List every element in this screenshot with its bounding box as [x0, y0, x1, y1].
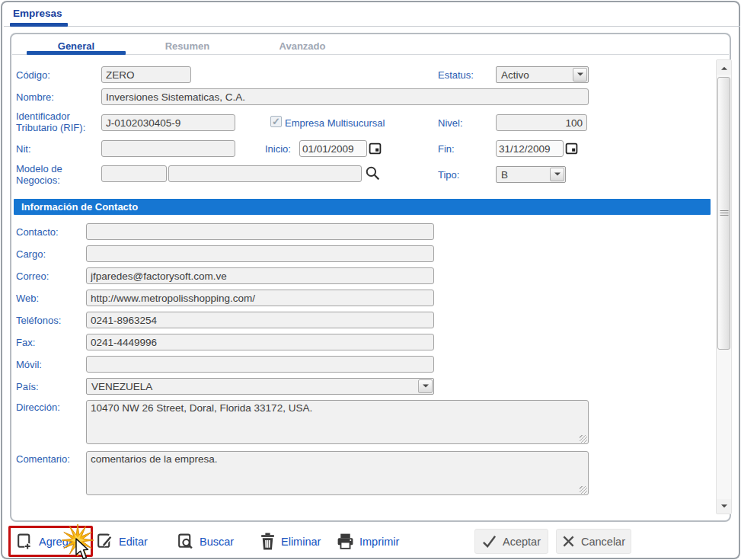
document-search-icon — [176, 532, 195, 551]
scrollbar-grip-icon — [720, 210, 728, 216]
imprimir-button-label: Imprimir — [359, 536, 399, 548]
movil-input[interactable] — [86, 356, 434, 373]
contact-section-header: Información de Contacto — [14, 199, 711, 215]
app-tab-active-indicator — [10, 23, 68, 27]
arrow-up-icon — [721, 63, 727, 69]
estatus-select[interactable]: Activo — [496, 66, 589, 83]
inicio-calendar-button[interactable] — [369, 142, 382, 155]
editar-button-label: Editar — [119, 536, 148, 548]
comentario-label: Comentario: — [16, 453, 70, 465]
eliminar-button[interactable]: Eliminar — [259, 532, 321, 551]
multisucursal-label: Empresa Multisucursal — [285, 117, 385, 129]
chevron-down-icon[interactable] — [418, 379, 433, 393]
modelo-search-button[interactable] — [365, 165, 381, 181]
codigo-input[interactable] — [101, 66, 191, 83]
cargo-label: Cargo: — [16, 248, 46, 260]
nivel-input[interactable] — [496, 114, 587, 131]
tab-general-active-indicator — [27, 51, 126, 55]
modelo-label: Modelo de Negocios: — [16, 163, 98, 186]
chevron-down-icon[interactable] — [550, 168, 564, 181]
fin-label: Fin: — [438, 143, 455, 155]
nit-input[interactable] — [101, 140, 235, 157]
app-window: Empresas General Resumen Avanzado Código… — [1, 1, 740, 559]
pais-label: País: — [16, 381, 39, 392]
fax-input[interactable] — [86, 334, 434, 350]
top-divider — [4, 26, 740, 27]
estatus-selected-value: Activo — [501, 69, 529, 81]
nombre-input[interactable] — [101, 88, 589, 105]
fax-label: Fax: — [16, 337, 35, 348]
printer-icon — [336, 532, 355, 551]
movil-label: Móvil: — [16, 359, 42, 370]
close-icon — [562, 535, 575, 548]
cancelar-button[interactable]: Cancelar — [556, 529, 631, 554]
agregar-button[interactable]: Agregar — [15, 532, 78, 551]
document-edit-icon — [95, 532, 114, 551]
fin-calendar-button[interactable] — [565, 142, 578, 155]
nit-label: Nit: — [16, 143, 31, 155]
tipo-select[interactable]: B — [496, 166, 566, 183]
chevron-down-icon[interactable] — [573, 68, 587, 82]
modelo-name-input[interactable] — [168, 165, 362, 182]
web-label: Web: — [16, 293, 39, 304]
vertical-scrollbar[interactable] — [716, 59, 732, 514]
contacto-label: Contacto: — [16, 226, 59, 238]
fin-date-input[interactable] — [496, 140, 564, 157]
pais-selected-value: VENEZUELA — [91, 381, 152, 392]
inicio-date-input[interactable] — [299, 140, 367, 157]
inicio-label: Inicio: — [265, 143, 291, 155]
nivel-label: Nivel: — [438, 117, 463, 129]
cancelar-button-label: Cancelar — [581, 536, 625, 548]
check-icon — [482, 534, 497, 549]
estatus-label: Estatus: — [438, 69, 474, 81]
aceptar-button-label: Aceptar — [503, 536, 541, 548]
direccion-label: Dirección: — [16, 402, 60, 413]
eliminar-button-label: Eliminar — [281, 536, 321, 548]
search-icon — [365, 165, 381, 181]
tipo-selected-value: B — [501, 169, 508, 181]
scrollbar-thumb[interactable] — [717, 77, 730, 350]
buscar-button[interactable]: Buscar — [176, 532, 234, 551]
scroll-up-button[interactable] — [717, 60, 731, 75]
cargo-input[interactable] — [86, 245, 434, 262]
telefonos-label: Teléfonos: — [16, 315, 61, 326]
editar-button[interactable]: Editar — [95, 532, 148, 551]
document-add-icon — [15, 532, 34, 551]
calendar-icon — [565, 142, 578, 155]
arrow-down-icon — [721, 504, 727, 510]
buscar-button-label: Buscar — [200, 536, 234, 548]
contacto-input[interactable] — [86, 223, 434, 240]
correo-label: Correo: — [16, 270, 49, 282]
rif-label: Identificador Tributario (RIF): — [16, 110, 98, 133]
rif-input[interactable] — [101, 114, 235, 131]
tab-resumen[interactable]: Resumen — [138, 40, 237, 54]
tipo-label: Tipo: — [438, 169, 459, 181]
pais-select[interactable]: VENEZUELA — [86, 378, 434, 395]
comentario-textarea[interactable]: comentarios de la empresa. — [86, 451, 589, 495]
scroll-down-button[interactable] — [717, 499, 731, 514]
app-tab-empresas[interactable]: Empresas — [13, 8, 62, 19]
aceptar-button[interactable]: Aceptar — [474, 529, 548, 554]
agregar-button-label: Agregar — [39, 536, 78, 548]
tab-avanzado[interactable]: Avanzado — [249, 40, 356, 54]
codigo-label: Código: — [16, 69, 50, 81]
imprimir-button[interactable]: Imprimir — [336, 532, 399, 551]
nombre-label: Nombre: — [16, 91, 54, 103]
multisucursal-checkbox[interactable]: ✓ — [270, 116, 282, 127]
correo-input[interactable] — [86, 267, 434, 284]
modelo-code-input[interactable] — [101, 165, 167, 182]
calendar-icon — [369, 142, 382, 155]
web-input[interactable] — [86, 290, 434, 306]
trash-icon — [259, 532, 276, 551]
direccion-textarea[interactable]: 10470 NW 26 Street, Doral, Florida 33172… — [86, 400, 589, 444]
empresas-screen: Empresas General Resumen Avanzado Código… — [0, 0, 741, 560]
telefonos-input[interactable] — [86, 312, 434, 328]
